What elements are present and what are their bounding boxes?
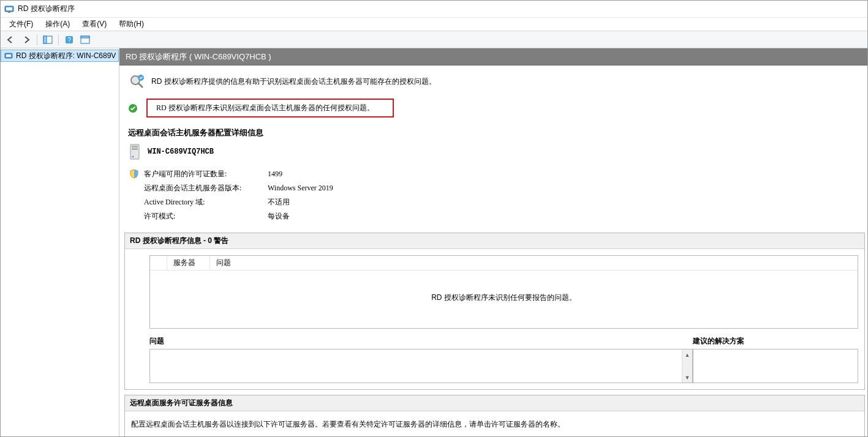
server-row: WIN-C689VIQ7HCB <box>119 142 867 164</box>
content-header: RD 授权诊断程序 ( WIN-C689VIQ7HCB ) <box>119 48 867 65</box>
svg-rect-1 <box>6 7 12 10</box>
shield-icon <box>129 169 143 179</box>
status-message-box: RD 授权诊断程序未识别远程桌面会话主机服务器的任何授权问题。 <box>146 99 394 118</box>
main-area: RD 授权诊断程序: WIN-C689V RD 授权诊断程序 ( WIN-C68… <box>1 48 867 436</box>
svg-rect-4 <box>43 36 47 43</box>
issues-empty-text: RD 授权诊断程序未识别任何要报告的问题。 <box>150 271 858 325</box>
tree-pane: RD 授权诊断程序: WIN-C689V <box>1 48 119 436</box>
show-hide-tree-button[interactable] <box>40 33 55 47</box>
diag-panel-body: 服务器 问题 RD 授权诊断程序未识别任何要报告的问题。 问题 ▲ ▼ <box>125 249 864 389</box>
diagnostic-icon <box>128 73 145 90</box>
svg-text:?: ? <box>67 37 71 43</box>
license-panel: 远程桌面服务许可证服务器信息 配置远程桌面会话主机服务器以连接到以下许可证服务器… <box>124 395 865 436</box>
col-icon[interactable] <box>150 256 167 270</box>
menu-action[interactable]: 操作(A) <box>39 18 76 31</box>
toolbar-separator <box>37 34 37 45</box>
menu-bar: 文件(F) 操作(A) 查看(V) 帮助(H) <box>1 18 867 31</box>
toolbar: ? <box>1 31 867 48</box>
content-body: RD 授权诊断程序提供的信息有助于识别远程桌面会话主机服务器可能存在的授权问题。… <box>119 65 867 436</box>
tree-item-label: RD 授权诊断程序: WIN-C689V <box>16 51 116 61</box>
svg-rect-17 <box>132 148 138 150</box>
tree-item-rd-diag[interactable]: RD 授权诊断程序: WIN-C689V <box>1 50 119 62</box>
svg-rect-8 <box>81 36 89 38</box>
help-button[interactable]: ? <box>62 33 77 47</box>
status-text: RD 授权诊断程序未识别远程桌面会话主机服务器的任何授权问题。 <box>156 103 374 112</box>
license-panel-title: 远程桌面服务许可证服务器信息 <box>125 395 864 411</box>
config-key: Active Directory 域: <box>144 196 266 209</box>
title-bar: RD 授权诊断程序 <box>1 1 867 18</box>
menu-file[interactable]: 文件(F) <box>3 18 39 31</box>
intro-text: RD 授权诊断程序提供的信息有助于识别远程桌面会话主机服务器可能存在的授权问题。 <box>151 77 436 87</box>
config-value: 每设备 <box>268 210 333 223</box>
solution-label: 建议的解决方案 <box>693 335 858 349</box>
intro-row: RD 授权诊断程序提供的信息有助于识别远程桌面会话主机服务器可能存在的授权问题。 <box>119 73 867 96</box>
config-key: 客户端可用的许可证数量: <box>144 168 266 181</box>
tree-node-icon <box>4 51 13 61</box>
server-icon <box>128 143 142 160</box>
config-key: 远程桌面会话主机服务器版本: <box>144 182 266 195</box>
svg-line-12 <box>138 83 143 88</box>
scrollbar[interactable]: ▲ ▼ <box>682 349 692 383</box>
config-value: Windows Server 2019 <box>268 182 333 195</box>
scroll-up-icon[interactable]: ▲ <box>682 349 692 360</box>
config-value: 不适用 <box>268 196 333 209</box>
status-row: RD 授权诊断程序未识别远程桌面会话主机服务器的任何授权问题。 <box>119 96 867 124</box>
menu-help[interactable]: 帮助(H) <box>113 18 150 31</box>
nav-forward-button[interactable] <box>19 33 34 47</box>
toolbar-separator <box>58 34 59 45</box>
config-info-table: 客户端可用的许可证数量: 1499 远程桌面会话主机服务器版本:Windows … <box>128 166 334 224</box>
server-name: WIN-C689VIQ7HCB <box>148 148 214 156</box>
license-text-1: 配置远程桌面会话主机服务器以连接到以下许可证服务器。若要查看有关特定许可证服务器… <box>125 411 864 434</box>
window-title: RD 授权诊断程序 <box>18 4 75 14</box>
issue-detail-row: 问题 ▲ ▼ 建议的解决方案 <box>149 335 858 383</box>
content-header-title: RD 授权诊断程序 ( WIN-C689VIQ7HCB ) <box>126 51 271 62</box>
issues-list[interactable]: 服务器 问题 RD 授权诊断程序未识别任何要报告的问题。 <box>149 255 858 329</box>
issue-label: 问题 <box>149 335 693 349</box>
diag-panel-title: RD 授权诊断程序信息 - 0 警告 <box>125 233 864 249</box>
col-server[interactable]: 服务器 <box>167 256 210 270</box>
svg-rect-10 <box>6 54 11 57</box>
refresh-button[interactable] <box>78 33 92 47</box>
diag-panel: RD 授权诊断程序信息 - 0 警告 服务器 问题 RD 授权诊断程序未识别任何… <box>124 233 865 390</box>
config-value: 1499 <box>268 168 333 181</box>
svg-rect-16 <box>132 146 138 148</box>
svg-point-18 <box>132 156 134 158</box>
license-text-2: 若要查看有关特定许可证服务器的详细信息，你需要在许可证服务器上具有管理员特权。如… <box>125 434 864 436</box>
col-issue[interactable]: 问题 <box>210 256 858 270</box>
nav-back-button[interactable] <box>3 33 18 47</box>
ok-icon <box>128 103 138 113</box>
solution-textarea[interactable] <box>693 349 858 383</box>
app-icon <box>4 4 14 14</box>
menu-view[interactable]: 查看(V) <box>76 18 113 31</box>
config-section-title: 远程桌面会话主机服务器配置详细信息 <box>119 124 867 142</box>
config-key: 许可模式: <box>144 210 266 223</box>
svg-rect-2 <box>8 12 10 13</box>
scroll-down-icon[interactable]: ▼ <box>682 372 692 383</box>
content-pane: RD 授权诊断程序 ( WIN-C689VIQ7HCB ) RD 授权诊断程序提… <box>119 48 867 436</box>
issues-list-header: 服务器 问题 <box>150 256 858 271</box>
issue-textarea[interactable]: ▲ ▼ <box>149 349 693 383</box>
